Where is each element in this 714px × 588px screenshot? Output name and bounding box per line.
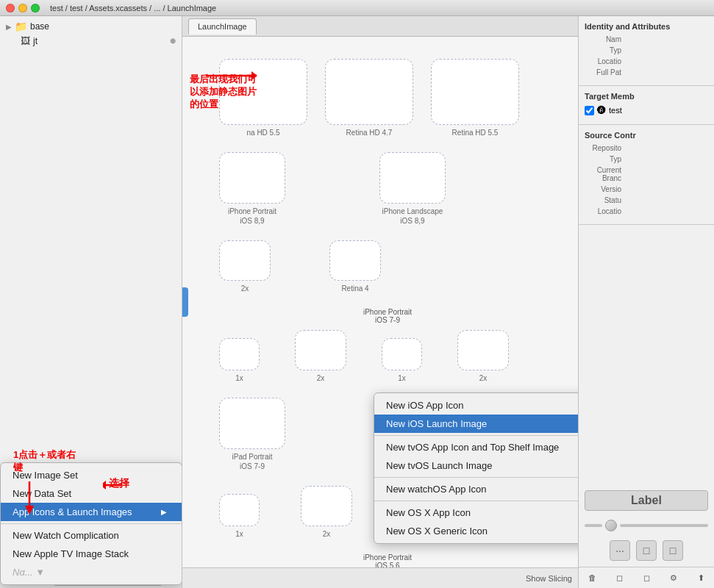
tab-label: LaunchImage — [198, 22, 247, 31]
menu-item-new-data-set[interactable]: New Data Set — [1, 484, 182, 503]
sidebar: ▶ 📁 base 🖼 jt ⊕ + − ◉ jt ✕ — [0, 16, 182, 588]
cell-label-ipad-portrait-ios79: iPad PortraitiOS 7-9 — [232, 452, 272, 471]
row-iphone-hd: na HD 5.5 Retina HD 4.7 Retina HD 5.5 — [219, 59, 556, 137]
image-box-2x-b[interactable] — [295, 330, 346, 370]
cell-label-2x: 2x — [241, 284, 249, 293]
image-box-retina-hd47[interactable] — [325, 59, 413, 125]
submenu-separator-2 — [374, 477, 578, 478]
menu-item-new-appletv[interactable]: New Apple TV Image Stack — [1, 545, 182, 563]
cell-label-2x-f: 2x — [323, 529, 331, 539]
sc-label-location: Locatio — [585, 207, 621, 215]
submenu-item-new-tvos-app-icon[interactable]: New tvOS App Icon and Top Shelf Image — [374, 438, 578, 456]
cell-2x-label: 2x — [219, 240, 271, 293]
trash-icon-button[interactable]: 🗑 — [585, 570, 599, 585]
share-icon-button[interactable]: ⬆ — [693, 570, 708, 585]
view-icon-button-1[interactable]: ◻ — [612, 570, 626, 585]
menu-separator-1 — [1, 523, 182, 524]
right-icons-row: ··· □ □ — [579, 534, 714, 567]
cell-retina-hd47: Retina HD 4.7 — [325, 59, 413, 137]
target-checkbox[interactable] — [585, 106, 594, 115]
submenu-item-new-tvos-launch-image[interactable]: New tvOS Launch Image — [374, 456, 578, 475]
image-box-1x-a[interactable] — [219, 338, 260, 370]
parent-context-menu: New Image Set New Data Set App Icons & L… — [0, 462, 182, 585]
maximize-button[interactable] — [31, 4, 40, 12]
filter-icon-button[interactable]: ⚙ — [666, 570, 681, 585]
image-box-1x-e[interactable] — [219, 494, 260, 526]
row-2x-retina4-labels: 2x Retina 4 — [219, 240, 556, 293]
breadcrumb: test / test / Assets.xcassets / ... / La… — [50, 4, 216, 12]
submenu-item-new-osx-app-icon[interactable]: New OS X App Icon — [374, 503, 578, 522]
field-label-fullpath: Full Pat — [585, 68, 621, 76]
view-icon-button-2[interactable]: ◻ — [639, 570, 654, 585]
cell-1x-e: 1x — [219, 494, 260, 539]
menu-item-app-icons[interactable]: App Icons & Launch Images ▶ — [1, 503, 182, 521]
slider-thumb[interactable] — [605, 520, 617, 531]
canvas-area: LaunchImage 最后出现我们可以添加静态图片的位置 na HD 5.5 — [182, 16, 578, 588]
square2-icon: □ — [670, 545, 676, 556]
titlebar: test / test / Assets.xcassets / ... / La… — [0, 0, 714, 16]
minimize-button[interactable] — [18, 4, 27, 12]
submenu-separator-3 — [374, 501, 578, 501]
cell-label-1x-a: 1x — [235, 373, 243, 383]
image-box-2x-f[interactable] — [301, 486, 352, 526]
cell-label-retina4: Retina 4 — [341, 284, 368, 293]
right-spacer — [579, 225, 714, 484]
main-layout: ▶ 📁 base 🖼 jt ⊕ + − ◉ jt ✕ — [0, 16, 714, 588]
image-box-retina-hd55[interactable] — [431, 59, 519, 125]
menu-item-new-image-set[interactable]: New Image Set — [1, 466, 182, 484]
image-box-ipad-portrait-ios79[interactable] — [219, 398, 285, 449]
cell-label-2x-d: 2x — [479, 373, 488, 383]
cell-label-iphone-landscape-ios89: iPhone LandscapeiOS 8,9 — [382, 207, 443, 226]
field-label-name: Nam — [585, 35, 621, 43]
cell-1x-c: 1x — [382, 338, 422, 383]
right-bottom-icons: 🗑 ◻ ◻ ⚙ ⬆ — [579, 567, 714, 588]
sc-field-status: Statu — [585, 196, 708, 204]
cell-2x-b: 2x — [295, 330, 346, 383]
menu-item-new-watch[interactable]: New Watch Complication — [1, 526, 182, 545]
breadcrumb-text: test / test / Assets.xcassets / ... / La… — [50, 4, 216, 12]
image-box-2x[interactable] — [219, 240, 271, 281]
close-button[interactable] — [6, 4, 15, 12]
image-box-iphone-landscape-ios89[interactable] — [379, 152, 446, 204]
cell-1x-a: 1x — [219, 338, 260, 383]
icon-btn-2[interactable]: □ — [636, 540, 657, 561]
field-location: Locatio — [585, 57, 708, 65]
sc-field-location: Locatio — [585, 207, 708, 215]
slider-track-right — [620, 524, 708, 527]
submenu-separator-1 — [374, 435, 578, 436]
sc-field-version: Versio — [585, 185, 708, 193]
submenu-item-new-ios-app-icon[interactable]: New iOS App Icon — [374, 396, 578, 415]
submenu-item-new-watchos-app-icon[interactable]: New watchOS App Icon — [374, 480, 578, 498]
slider-track — [585, 524, 602, 527]
jt-add-btn[interactable]: ⊕ — [170, 37, 176, 45]
cell-label-iphone-portrait-ios89: iPhone PortraitiOS 8,9 — [228, 207, 276, 226]
dots-icon: ··· — [615, 545, 624, 556]
right-panel: Identity and Attributes Nam Typ Locatio … — [578, 16, 714, 588]
sc-label-repository: Reposito — [585, 144, 621, 152]
sc-field-repository: Reposito — [585, 144, 708, 152]
icon-btn-1[interactable]: ··· — [610, 540, 630, 561]
sc-label-status: Statu — [585, 196, 621, 204]
cell-iphone-portrait-ios89: iPhone PortraitiOS 8,9 — [219, 152, 285, 226]
launch-image-tab[interactable]: LaunchImage — [188, 18, 257, 35]
cell-iphone-landscape-ios89: iPhone LandscapeiOS 8,9 — [379, 152, 446, 226]
sidebar-item-jt[interactable]: 🖼 jt ⊕ — [0, 34, 182, 48]
target-members-title: Target Memb — [585, 92, 708, 101]
submenu-wrapper: New iOS App Icon New iOS Launch Image Ne… — [374, 392, 578, 544]
submenu-item-new-ios-launch-image[interactable]: New iOS Launch Image — [374, 415, 578, 433]
icon-btn-3[interactable]: □ — [663, 540, 683, 561]
sc-field-type: Typ — [585, 155, 708, 163]
image-box-iphone-portrait-ios89[interactable] — [219, 152, 285, 204]
section-iphone-portrait-ios56: iPhone PortraitiOS 5,6 — [219, 553, 556, 567]
submenu-item-new-osx-generic-icon[interactable]: New OS X Generic Icon — [374, 522, 578, 540]
field-name: Nam — [585, 35, 708, 43]
image-box-2x-d[interactable] — [457, 330, 509, 370]
image-box-na-hd55[interactable] — [219, 59, 307, 125]
image-box-retina4[interactable] — [329, 240, 381, 281]
sidebar-item-base-label: base — [30, 21, 49, 32]
identity-title: Identity and Attributes — [585, 22, 708, 31]
sidebar-item-base[interactable]: ▶ 📁 base — [0, 19, 182, 34]
image-box-1x-c[interactable] — [382, 338, 422, 370]
label-button[interactable]: Label — [585, 490, 708, 511]
cell-ipad-portrait-ios79: iPad PortraitiOS 7-9 — [219, 398, 285, 471]
